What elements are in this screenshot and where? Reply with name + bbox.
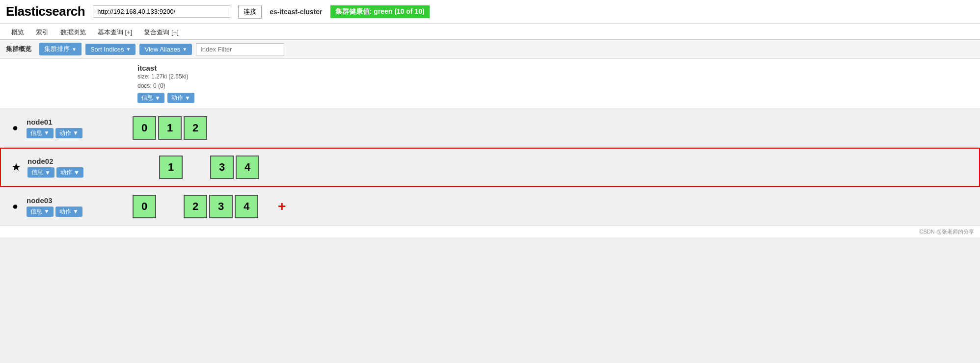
add-shard-icon[interactable]: +	[278, 199, 286, 214]
index-action-button[interactable]: 动作 ▼	[167, 93, 194, 103]
cluster-sort-arrow-icon: ▼	[72, 47, 77, 52]
node03-shard-gap-1	[158, 195, 182, 218]
tab-index[interactable]: 索引	[30, 26, 54, 39]
footer-watermark: CSDN @张老师的分享	[0, 226, 980, 237]
node01-action-arrow-icon: ▼	[73, 130, 79, 136]
index-info-row: itcast size: 1.27ki (2.55ki) docs: 0 (0)…	[0, 59, 980, 108]
node03-icon: ●	[8, 201, 23, 212]
node02-info-button[interactable]: 信息 ▼	[27, 167, 54, 178]
node01-info-arrow-icon: ▼	[44, 130, 50, 136]
node03-shard-0: 0	[133, 195, 156, 218]
watermark-text: CSDN @张老师的分享	[920, 229, 974, 234]
node01-icon: ●	[8, 122, 23, 133]
node02-info: node02 信息 ▼ 动作 ▼	[27, 157, 116, 178]
node03-shard-2: 2	[184, 195, 207, 218]
main-content: itcast size: 1.27ki (2.55ki) docs: 0 (0)…	[0, 59, 980, 226]
node03-buttons: 信息 ▼ 动作 ▼	[27, 207, 115, 217]
index-filter-input[interactable]	[196, 43, 284, 55]
index-size: size: 1.27ki (2.55ki)	[137, 72, 974, 81]
tab-complex-query[interactable]: 复合查询 [+]	[138, 26, 184, 39]
sort-indices-button[interactable]: Sort Indices ▼	[85, 44, 136, 55]
tab-data-browser[interactable]: 数据浏览	[55, 26, 91, 39]
node-row-node01: ● node01 信息 ▼ 动作 ▼ 0 1 2	[0, 108, 980, 148]
node02-name: node02	[27, 157, 116, 165]
node02-shard-4: 4	[236, 156, 259, 179]
node03-shard-grid: 0 2 3 4	[133, 195, 258, 218]
node02-icon: ★	[9, 161, 24, 174]
node-row-node03: ● node03 信息 ▼ 动作 ▼ 0 2 3	[0, 187, 980, 226]
url-input[interactable]	[93, 5, 230, 18]
nodes-area: ● node01 信息 ▼ 动作 ▼ 0 1 2	[0, 108, 980, 226]
toolbar-label: 集群概览	[6, 45, 31, 53]
cluster-name: es-itcast-cluster	[270, 8, 322, 16]
node-row-node02: ★ node02 信息 ▼ 动作 ▼ 1 3	[0, 148, 980, 187]
node02-action-button[interactable]: 动作 ▼	[56, 167, 83, 178]
index-action-buttons: 信息 ▼ 动作 ▼	[137, 93, 974, 103]
node03-action-button[interactable]: 动作 ▼	[55, 207, 82, 217]
node03-action-arrow-icon: ▼	[73, 208, 79, 215]
node01-shard-2: 2	[184, 116, 207, 140]
node01-info: node01 信息 ▼ 动作 ▼	[27, 118, 115, 138]
node02-shard-grid: 1 3 4	[134, 156, 259, 179]
nav-tabs: 概览 索引 数据浏览 基本查询 [+] 复合查询 [+]	[0, 24, 980, 40]
index-info-arrow-icon: ▼	[155, 95, 161, 102]
node02-shard-1: 1	[159, 156, 183, 179]
node01-shard-grid: 0 1 2	[133, 116, 207, 140]
connect-button[interactable]: 连接	[238, 5, 262, 19]
cluster-sort-button[interactable]: 集群排序 ▼	[39, 43, 82, 55]
node01-shard-0: 0	[133, 116, 156, 140]
node03-info-arrow-icon: ▼	[44, 208, 50, 215]
index-info-button[interactable]: 信息 ▼	[137, 93, 164, 103]
view-aliases-arrow-icon: ▼	[182, 47, 187, 52]
node02-buttons: 信息 ▼ 动作 ▼	[27, 167, 116, 178]
node02-shard-gap-0	[134, 156, 157, 179]
index-action-arrow-icon: ▼	[185, 95, 191, 102]
node01-name: node01	[27, 118, 115, 126]
node01-action-button[interactable]: 动作 ▼	[55, 128, 82, 138]
node02-action-arrow-icon: ▼	[74, 169, 80, 176]
node03-shard-3: 3	[209, 195, 233, 218]
sort-indices-arrow-icon: ▼	[126, 47, 131, 52]
index-name: itcast	[137, 64, 974, 72]
toolbar: 集群概览 集群排序 ▼ Sort Indices ▼ View Aliases …	[0, 40, 980, 59]
node02-shard-3: 3	[210, 156, 234, 179]
header: Elasticsearch 连接 es-itcast-cluster 集群健康值…	[0, 0, 980, 24]
node01-shard-1: 1	[158, 116, 182, 140]
node03-shard-4: 4	[235, 195, 258, 218]
node02-info-arrow-icon: ▼	[45, 169, 51, 176]
tab-overview[interactable]: 概览	[6, 26, 29, 39]
index-docs: docs: 0 (0)	[137, 81, 974, 91]
tab-basic-query[interactable]: 基本查询 [+]	[92, 26, 137, 39]
node01-info-button[interactable]: 信息 ▼	[27, 128, 54, 138]
node03-name: node03	[27, 196, 115, 205]
app-title: Elasticsearch	[6, 4, 85, 19]
health-badge: 集群健康值: green (10 of 10)	[330, 5, 430, 18]
node03-info-button[interactable]: 信息 ▼	[27, 207, 54, 217]
node01-buttons: 信息 ▼ 动作 ▼	[27, 128, 115, 138]
node02-shard-gap-2	[185, 156, 208, 179]
view-aliases-button[interactable]: View Aliases ▼	[139, 44, 192, 55]
node03-info: node03 信息 ▼ 动作 ▼	[27, 196, 115, 217]
